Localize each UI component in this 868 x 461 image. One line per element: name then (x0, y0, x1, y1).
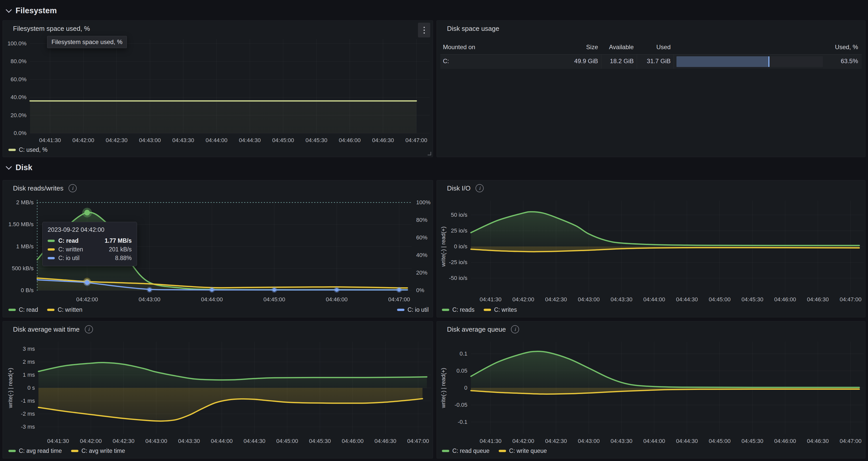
info-icon[interactable]: i (85, 325, 93, 333)
panel-title[interactable]: Filesystem space used, % (13, 25, 90, 33)
panel-title-tooltip: Filesystem space used, % (47, 36, 127, 48)
panel-header: Disk I/O i (437, 180, 850, 196)
tooltip-row: C: io util 8.88% (48, 254, 132, 262)
tooltip-swatch (48, 240, 55, 242)
legend-item[interactable]: C: reads (442, 306, 474, 313)
chart-plot-area[interactable] (38, 342, 431, 434)
column-header-mounted-on[interactable]: Mounted on (443, 43, 475, 51)
x-tick-label: 04:47:00 (830, 437, 868, 445)
y-tick-label: 500 kB/s (3, 265, 34, 272)
info-icon[interactable]: i (511, 325, 519, 333)
tooltip-swatch (48, 248, 55, 251)
y-tick-label: 0 s (3, 385, 35, 392)
panel-title[interactable]: Disk average wait time (13, 326, 80, 333)
y-tick-label: -0.05 (437, 401, 467, 408)
chevron-down-icon (6, 7, 12, 13)
y-tick-label: -3 ms (3, 423, 35, 430)
legend-item[interactable]: C: read (8, 306, 38, 313)
tooltip-series-value: 8.88% (115, 255, 132, 262)
column-header-size[interactable]: Size (547, 43, 598, 51)
y-tick-label: 100.0% (3, 40, 27, 47)
legend-item[interactable]: C: read queue (442, 448, 490, 454)
panel-title[interactable]: Disk I/O (447, 184, 470, 192)
legend-item[interactable]: C: used, % (8, 147, 48, 153)
legend-swatch (8, 309, 16, 311)
x-tick-label: 04:47:00 (398, 437, 439, 445)
info-icon[interactable]: i (68, 184, 77, 192)
panel-menu-button[interactable] (418, 23, 430, 37)
column-header-used-pct[interactable]: Used, % (807, 43, 858, 51)
column-divider (674, 55, 674, 69)
y-tick-label: 3 ms (3, 345, 35, 352)
y-tick-label: -50 io/s (437, 275, 467, 282)
panel-disk-reads-writes: Disk reads/writes i C: read C: written C… (3, 180, 433, 317)
panel-header: Disk average wait time i (3, 321, 417, 337)
legend-label: C: io util (407, 306, 429, 313)
legend-item[interactable]: C: written (47, 306, 82, 313)
used-percent-bar (677, 56, 769, 67)
chart-plot-area[interactable] (30, 39, 430, 133)
panel-title[interactable]: Disk reads/writes (13, 184, 63, 192)
tooltip-series-value: 201 kB/s (109, 246, 132, 253)
legend-swatch (484, 309, 491, 311)
legend-item[interactable]: C: avg write time (71, 448, 125, 454)
x-tick-label: 04:47:00 (379, 296, 420, 303)
chart-plot-area[interactable] (471, 342, 864, 434)
legend-label: C: avg read time (19, 448, 62, 454)
chart-legend-right: C: io util (397, 306, 429, 313)
legend-swatch (499, 450, 506, 452)
panel-title[interactable]: Disk space usage (447, 25, 499, 33)
section-header-filesystem[interactable]: Filesystem (6, 5, 57, 16)
y-tick-label: -0.1 (437, 419, 467, 426)
used-percent-bar-edge (768, 56, 769, 67)
legend-item[interactable]: C: writes (484, 306, 517, 313)
panel-resize-handle[interactable] (428, 152, 431, 155)
panel-title[interactable]: Disk average queue (447, 326, 506, 333)
y-tick-label: 80.0% (3, 58, 27, 65)
panel-header: Disk average queue i (437, 321, 850, 337)
panel-disk-space-usage: Disk space usage Mounted on Size Availab… (437, 20, 865, 157)
tooltip-row: C: written 201 kB/s (48, 245, 132, 254)
y-tick-label: -25 io/s (437, 259, 467, 266)
section-title: Filesystem (16, 6, 57, 15)
cell-mounted-on: C: (443, 58, 449, 65)
chart-legend: C: read C: written (8, 306, 83, 313)
x-tick-label: 04:47:00 (396, 137, 437, 144)
grafana-dashboard: Filesystem Filesystem space used, % C: u… (0, 0, 868, 461)
y-tick-label-right: 100% (416, 199, 430, 206)
section-header-disk[interactable]: Disk (6, 162, 32, 173)
tooltip-timestamp: 2023-09-22 04:42:00 (48, 226, 132, 233)
y-tick-label: 0 io/s (437, 243, 467, 250)
legend-swatch (8, 450, 16, 452)
legend-swatch (442, 309, 449, 311)
y-tick-label: 1 MB/s (3, 243, 34, 250)
x-tick-label: 04:45:00 (254, 296, 295, 303)
panel-disk-io: Disk I/O i write(-) | read(+) C: reads C… (437, 180, 865, 317)
legend-item[interactable]: C: write queue (499, 448, 547, 454)
info-icon[interactable]: i (475, 184, 484, 192)
legend-label: C: avg write time (82, 448, 125, 454)
legend-item[interactable]: C: avg read time (8, 448, 62, 454)
y-tick-label: 50 io/s (437, 211, 467, 218)
column-header-used[interactable]: Used (625, 43, 671, 51)
y-tick-label: 1 ms (3, 371, 35, 378)
tooltip-series-label: C: io util (58, 255, 112, 262)
y-tick-label: -1 ms (3, 397, 35, 404)
used-percent-bar-track (677, 56, 823, 67)
y-tick-label: 0.05 (437, 367, 467, 374)
cell-size: 49.9 GiB (547, 58, 598, 65)
y-tick-label: 2 MB/s (3, 199, 34, 206)
y-tick-label: 60.0% (3, 76, 27, 83)
legend-item[interactable]: C: io util (397, 306, 429, 313)
x-tick-label: 04:47:00 (830, 296, 868, 303)
panel-header: Filesystem space used, % (3, 21, 417, 36)
y-tick-label: 0 (437, 385, 467, 392)
legend-label: C: written (58, 306, 82, 313)
chart-plot-area[interactable] (471, 201, 864, 293)
legend-label: C: used, % (19, 147, 48, 153)
legend-swatch (47, 309, 55, 311)
chart-legend: C: avg read time C: avg write time (8, 448, 125, 454)
x-tick-label: 04:43:00 (129, 296, 170, 303)
y-tick-label-right: 0% (416, 287, 424, 294)
panel-disk-average-wait-time: Disk average wait time i write(-) | read… (3, 321, 433, 458)
